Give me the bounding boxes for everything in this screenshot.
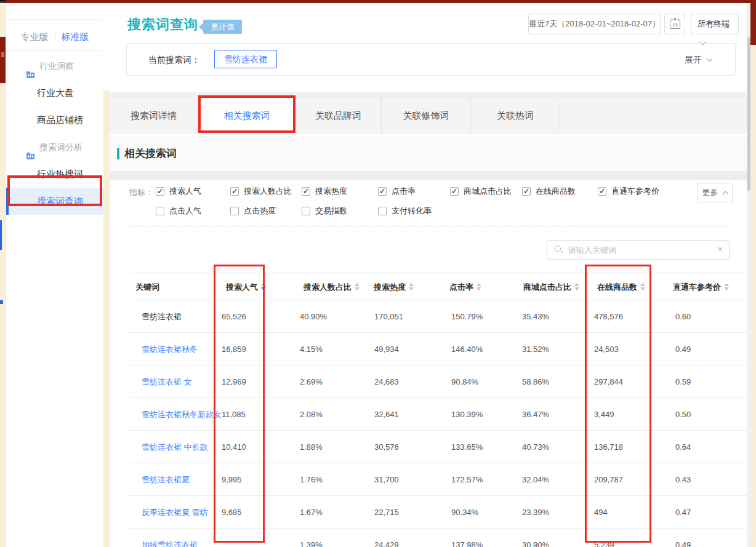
keyword-link[interactable]: 雪纺连衣裙夏 bbox=[142, 463, 190, 496]
metric-checkbox-商城点击占比[interactable]: 商城点击占比 bbox=[450, 185, 512, 198]
metric-checkbox-点击率[interactable]: 点击率 bbox=[378, 185, 416, 198]
metric-checkbox-在线商品数[interactable]: 在线商品数 bbox=[522, 185, 576, 198]
keyword-link[interactable]: 雪纺连衣裙秋冬 bbox=[142, 333, 198, 365]
current-word-label: 当前搜索词： bbox=[148, 55, 200, 66]
sidebar-item-2[interactable]: 商品店铺榜 bbox=[6, 106, 103, 134]
checkbox-checked-icon[interactable] bbox=[450, 187, 459, 196]
keyword-link[interactable]: 雪纺连衣裙秋冬新款女... bbox=[142, 398, 228, 431]
column-header-2[interactable]: 搜索人数占比 bbox=[304, 273, 360, 301]
sidebar-item-label: 搜索词查询 bbox=[37, 188, 83, 215]
cell-value: 172.57% bbox=[451, 463, 483, 496]
sort-down-arrow bbox=[640, 287, 645, 290]
metric-checkbox-直通车参考价[interactable]: 直通车参考价 bbox=[598, 185, 659, 198]
date-range-selector[interactable]: 最近7天（2018-02-01~2018-02-07） bbox=[528, 14, 661, 34]
terminal-select[interactable]: 所有终端 bbox=[691, 14, 739, 34]
sort-icon[interactable] bbox=[261, 283, 266, 290]
content-card: 指标： 搜索人气搜索人数占比搜索热度点击率商城点击占比在线商品数直通车参考价 点… bbox=[110, 180, 747, 547]
keyword-search-input[interactable] bbox=[568, 241, 710, 258]
cell-value: 16,859 bbox=[222, 333, 246, 365]
checkbox-checked-icon[interactable] bbox=[378, 187, 387, 196]
cell-value: 30,576 bbox=[374, 431, 399, 463]
sidebar-item-1[interactable]: 行业大盘 bbox=[6, 79, 103, 106]
expand-link[interactable]: 展开 bbox=[685, 55, 712, 66]
tab-2[interactable]: 关联品牌词 bbox=[296, 97, 382, 134]
cell-value: 90.84% bbox=[451, 365, 478, 398]
sort-icon[interactable] bbox=[724, 283, 729, 290]
sidebar-item-4[interactable]: 行业热搜词 bbox=[6, 161, 103, 188]
tab-0[interactable]: 搜索词详情 bbox=[110, 97, 198, 134]
cell-value: 23.39% bbox=[522, 496, 549, 529]
current-word-chip[interactable]: 雪纺连衣裙 bbox=[214, 50, 277, 68]
cell-value: 12,969 bbox=[222, 365, 246, 398]
search-term-query-page: 专业版 标准版 行业洞察行业大盘商品店铺榜搜索词分析行业热搜词搜索词查询 搜索词… bbox=[0, 0, 756, 547]
checkbox-checked-icon[interactable] bbox=[598, 187, 606, 196]
cell-value: 133.65% bbox=[451, 431, 483, 463]
keyword-link[interactable]: 雪纺连衣裙 女 bbox=[142, 365, 192, 398]
more-metrics-button[interactable]: 更多 bbox=[697, 183, 733, 202]
version-tabs: 专业版 标准版 bbox=[6, 28, 103, 46]
metric-checkbox-点击热度[interactable]: 点击热度 bbox=[230, 205, 276, 217]
calendar-icon: 15 bbox=[670, 20, 680, 29]
page-title: 搜索词查询 bbox=[127, 15, 198, 34]
column-header-1[interactable]: 搜索人气 bbox=[226, 273, 266, 301]
checkbox-icon[interactable] bbox=[156, 207, 164, 215]
metric-label: 交易指数 bbox=[315, 206, 347, 217]
checkbox-icon[interactable] bbox=[302, 207, 310, 215]
sidebar: 专业版 标准版 行业洞察行业大盘商品店铺榜搜索词分析行业热搜词搜索词查询 bbox=[6, 3, 103, 547]
background-window-edge-left bbox=[0, 3, 6, 547]
metric-checkbox-搜索热度[interactable]: 搜索热度 bbox=[302, 185, 347, 198]
tab-standard-version[interactable]: 标准版 bbox=[55, 31, 95, 43]
checkbox-checked-icon[interactable] bbox=[156, 187, 164, 196]
sort-icon[interactable] bbox=[409, 283, 414, 290]
column-header-label: 在线商品数 bbox=[597, 282, 637, 292]
column-header-7[interactable]: 直通车参考价 bbox=[673, 273, 729, 301]
keyword-search-box: × bbox=[547, 240, 730, 260]
column-header-label: 搜索人气 bbox=[226, 282, 258, 292]
sidebar-item-label: 行业洞察 bbox=[39, 52, 74, 79]
sort-icon[interactable] bbox=[355, 283, 360, 290]
sidebar-item-5[interactable]: 搜索词查询 bbox=[6, 188, 103, 215]
tab-professional-version[interactable]: 专业版 bbox=[15, 31, 55, 43]
checkbox-checked-icon[interactable] bbox=[302, 187, 310, 196]
table-header-row: 关键词搜索人气搜索人数占比搜索热度点击率商城点击占比在线商品数直通车参考价 bbox=[129, 273, 747, 300]
cell-value: 209,787 bbox=[594, 463, 623, 496]
column-header-6[interactable]: 在线商品数 bbox=[597, 273, 645, 301]
column-header-4[interactable]: 点击率 bbox=[449, 273, 481, 301]
cell-value: 0.49 bbox=[675, 333, 691, 365]
metric-checkbox-交易指数[interactable]: 交易指数 bbox=[302, 205, 347, 217]
metric-checkbox-点击人气[interactable]: 点击人气 bbox=[156, 205, 201, 217]
section-heading-band: 相关搜索词 bbox=[110, 134, 747, 171]
sort-icon[interactable] bbox=[477, 283, 481, 290]
column-header-3[interactable]: 搜索热度 bbox=[374, 273, 414, 301]
cell-value: 3,449 bbox=[594, 398, 614, 431]
checkbox-checked-icon[interactable] bbox=[230, 187, 239, 196]
page-gap bbox=[110, 92, 747, 97]
table-row: 加绒雪纺连衣裙1.39%24,429137.98%30.90%5,2390.49 bbox=[129, 529, 747, 547]
background-window-red-block bbox=[0, 37, 6, 83]
table-row: 雪纺连衣裙秋冬16,8594.15%49,934146.40%31.52%24,… bbox=[129, 333, 747, 365]
metric-checkbox-搜索人气[interactable]: 搜索人气 bbox=[156, 185, 201, 198]
sort-icon[interactable] bbox=[574, 283, 579, 290]
chevron-up-icon bbox=[722, 191, 728, 198]
checkbox-checked-icon[interactable] bbox=[522, 187, 531, 196]
metric-checkbox-支付转化率[interactable]: 支付转化率 bbox=[378, 205, 432, 217]
metric-checkbox-搜索人数占比[interactable]: 搜索人数占比 bbox=[230, 185, 292, 198]
keyword-link[interactable]: 加绒雪纺连衣裙 bbox=[142, 529, 198, 547]
checkbox-icon[interactable] bbox=[230, 207, 239, 215]
checkbox-icon[interactable] bbox=[378, 207, 387, 215]
page-scrollbar-thumb[interactable] bbox=[747, 37, 750, 191]
tab-4[interactable]: 关联热词 bbox=[471, 97, 560, 134]
keyword-link[interactable]: 雪纺连衣裙 中长款 bbox=[142, 431, 208, 463]
calendar-button[interactable]: 15 bbox=[664, 14, 685, 34]
clear-search-icon[interactable]: × bbox=[718, 244, 723, 254]
tab-3[interactable]: 关联修饰词 bbox=[382, 97, 471, 134]
keyword-link[interactable]: 反季连衣裙夏 雪纺 bbox=[142, 496, 208, 529]
table-row: 雪纺连衣裙夏9,9951.76%31,700172.57%32.04%209,7… bbox=[129, 463, 747, 496]
column-header-5[interactable]: 商城点击占比 bbox=[523, 273, 579, 301]
table-body: 雪纺连衣裙65,52640.90%170,051150.79%35.43%478… bbox=[129, 300, 747, 547]
sort-icon[interactable] bbox=[640, 283, 645, 290]
tab-1[interactable]: 相关搜索词 bbox=[198, 97, 296, 134]
metric-label: 点击率 bbox=[392, 186, 416, 197]
sort-down-arrow bbox=[409, 287, 414, 290]
sort-down-arrow bbox=[574, 287, 579, 290]
